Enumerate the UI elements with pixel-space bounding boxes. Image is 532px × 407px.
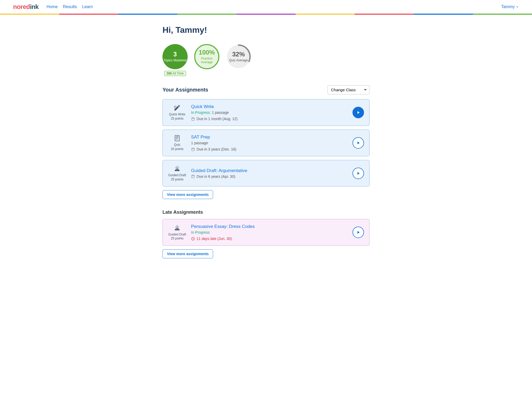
- assignment-status: In Progress: [191, 230, 348, 234]
- assignment-type-label: Quiz: [174, 143, 181, 147]
- main-content: Hi, Tammy! 3 Topics Mastered 386 All Tim…: [157, 15, 375, 269]
- assignment-type-col: Guided Draft25 points: [168, 165, 186, 181]
- stat-quiz-average: 32% Quiz Average: [226, 44, 251, 69]
- assignments-title: Your Assignments: [162, 87, 208, 93]
- assignment-points: 25 points: [171, 178, 184, 182]
- logo-part-red: red: [20, 3, 30, 10]
- chevron-down-icon: [516, 5, 519, 8]
- stat-badge-text: All Time: [172, 72, 183, 75]
- logo-part-no: no: [13, 3, 20, 10]
- status-in-progress: In Progress: [191, 230, 210, 234]
- play-icon: [356, 110, 361, 115]
- nav-home[interactable]: Home: [46, 4, 58, 9]
- status-detail: 1 passage: [211, 110, 229, 115]
- assignment-points: 25 points: [171, 237, 184, 241]
- assignments-header: Your Assignments Change Class: [162, 85, 370, 94]
- stat-practice-average: 100% Practice Average: [194, 44, 219, 69]
- greeting: Hi, Tammy!: [162, 25, 370, 35]
- svg-point-7: [177, 228, 178, 229]
- assignment-points: 20 points: [171, 147, 184, 151]
- assignment-card: Guided Draft25 pointsPersuasive Essay: D…: [162, 219, 370, 246]
- status-detail: 1 passage: [191, 141, 208, 145]
- due-text: 11 days late (Jun. 30): [197, 237, 232, 241]
- assignment-card: Guided Draft25 pointsGuided Draft: Argum…: [162, 160, 370, 186]
- assignment-type-col: Quick Write25 points: [168, 104, 186, 121]
- play-button[interactable]: [352, 227, 364, 238]
- stat-label: Quiz Average: [229, 58, 248, 62]
- assignment-card: Quiz20 pointsSAT Prep1 passageDue in 3 y…: [162, 130, 370, 156]
- assignment-due: Due in 1 month (Aug. 12): [191, 117, 348, 121]
- play-icon: [356, 141, 361, 145]
- play-icon: [356, 230, 361, 235]
- play-button[interactable]: [352, 107, 364, 118]
- assignment-body: Guided Draft: ArgumentativeDue in 6 year…: [191, 168, 348, 179]
- assignment-type-label: Guided Draft: [168, 173, 186, 178]
- clock-icon: [191, 237, 195, 241]
- stat-value: 100%: [199, 49, 215, 56]
- assignment-body: Quick WriteIn Progress: 1 passageDue in …: [191, 104, 348, 121]
- stat-value: 3: [173, 51, 177, 57]
- status-in-progress: In Progress:: [191, 110, 211, 115]
- assignment-card: Quick Write25 pointsQuick WriteIn Progre…: [162, 99, 370, 126]
- assignment-type-col: Guided Draft25 points: [168, 224, 186, 241]
- play-button[interactable]: [352, 168, 364, 179]
- stat-label: Topics Mastered: [164, 58, 186, 62]
- assignment-due: Due in 3 years (Dec. 16): [191, 147, 348, 151]
- stat-circle-mastered: 3 Topics Mastered: [162, 44, 188, 69]
- assignments-list: Quick Write25 pointsQuick WriteIn Progre…: [162, 99, 370, 186]
- view-more-assignments-button[interactable]: View more assignments: [162, 190, 213, 199]
- header-left: noredink Home Results Learn: [13, 3, 93, 10]
- assignment-title[interactable]: Guided Draft: Argumentative: [191, 168, 348, 173]
- color-bar: [0, 14, 532, 15]
- due-text: Due in 6 years (Apr. 30): [197, 174, 235, 179]
- view-more-late-button[interactable]: View more assignments: [162, 249, 213, 258]
- assignment-points: 25 points: [171, 117, 184, 121]
- user-name: Tammy: [501, 4, 515, 9]
- nav-learn[interactable]: Learn: [82, 4, 93, 9]
- assignment-due: 11 days late (Jun. 30): [191, 237, 348, 241]
- assignment-type-icon: [173, 224, 181, 232]
- due-text: Due in 1 month (Aug. 12): [197, 117, 237, 121]
- stat-badge-alltime: 386 All Time: [164, 71, 186, 76]
- logo[interactable]: noredink: [13, 3, 39, 10]
- stat-circle-practice: 100% Practice Average: [194, 44, 219, 69]
- due-text: Due in 3 years (Dec. 16): [197, 147, 236, 151]
- calendar-icon: [191, 117, 195, 121]
- late-assignments-list: Guided Draft25 pointsPersuasive Essay: D…: [162, 219, 370, 246]
- stat-value: 32%: [232, 51, 245, 57]
- assignment-type-label: Guided Draft: [168, 233, 186, 237]
- assignment-type-icon: [173, 104, 181, 111]
- assignment-body: SAT Prep1 passageDue in 3 years (Dec. 16…: [191, 135, 348, 151]
- assignment-body: Persuasive Essay: Dress CodesIn Progress…: [191, 224, 348, 241]
- assignment-title[interactable]: Quick Write: [191, 104, 348, 109]
- assignment-type-label: Quick Write: [169, 113, 185, 117]
- assignment-type-icon: [173, 135, 181, 142]
- assignment-title[interactable]: Persuasive Essay: Dress Codes: [191, 224, 348, 229]
- assignment-type-col: Quiz20 points: [168, 135, 186, 151]
- late-assignments-title: Late Assignments: [162, 210, 370, 215]
- user-menu[interactable]: Tammy: [501, 4, 519, 9]
- stats-row: 3 Topics Mastered 386 All Time 100% Prac…: [162, 44, 370, 76]
- assignment-status: 1 passage: [191, 141, 348, 145]
- stat-label: Practice Average: [195, 57, 218, 64]
- stat-topics-mastered: 3 Topics Mastered 386 All Time: [162, 44, 188, 76]
- svg-rect-2: [175, 136, 179, 141]
- calendar-icon: [191, 174, 195, 178]
- assignment-title[interactable]: SAT Prep: [191, 135, 348, 140]
- stat-circle-quiz: 32% Quiz Average: [226, 44, 251, 69]
- assignment-type-icon: [173, 165, 181, 172]
- svg-point-6: [177, 169, 178, 170]
- play-icon: [356, 171, 361, 176]
- nav-links: Home Results Learn: [46, 4, 93, 9]
- assignment-due: Due in 6 years (Apr. 30): [191, 174, 348, 179]
- play-button[interactable]: [352, 137, 364, 149]
- nav-results[interactable]: Results: [63, 4, 77, 9]
- stat-badge-num: 386: [166, 72, 172, 75]
- class-select[interactable]: Change Class: [328, 85, 370, 94]
- logo-part-ink: ink: [30, 3, 39, 10]
- assignment-status: In Progress: 1 passage: [191, 110, 348, 115]
- calendar-icon: [191, 147, 195, 151]
- top-header: noredink Home Results Learn Tammy: [0, 0, 532, 14]
